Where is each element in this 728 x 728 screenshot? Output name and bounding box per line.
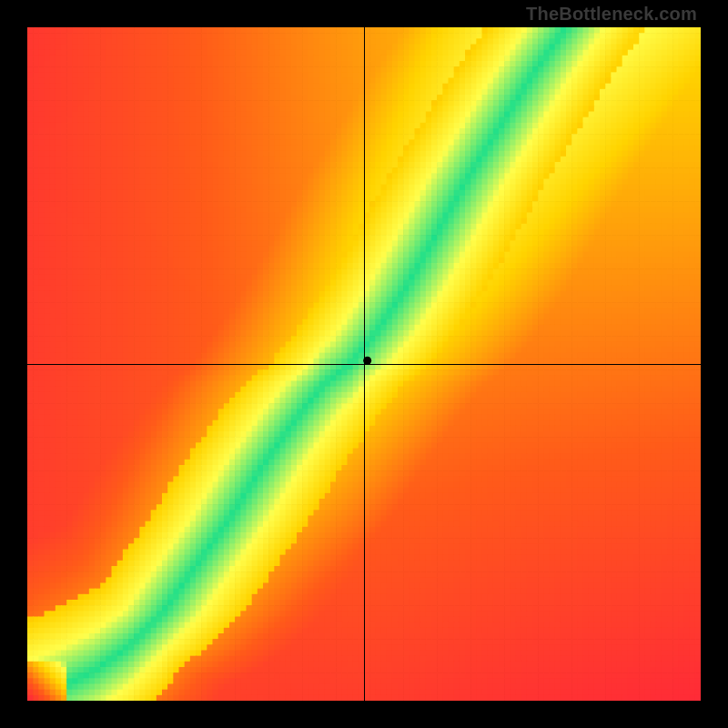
heatmap-canvas bbox=[27, 27, 701, 701]
heatmap-plot bbox=[27, 27, 701, 701]
chart-frame: TheBottleneck.com bbox=[0, 0, 728, 728]
watermark-text: TheBottleneck.com bbox=[526, 4, 697, 25]
